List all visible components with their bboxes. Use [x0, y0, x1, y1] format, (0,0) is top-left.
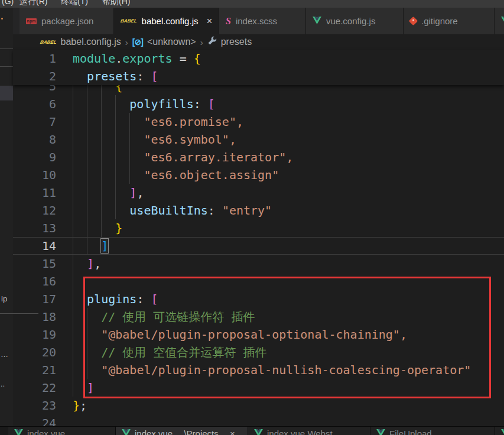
line-number: 22 — [13, 379, 56, 397]
code-token: : — [136, 69, 151, 83]
code-token: [ — [151, 69, 158, 83]
menu-item[interactable]: 帮助(H) — [102, 0, 130, 7]
code-line-24[interactable]: 24 — [13, 414, 504, 427]
code-token: ; — [80, 398, 87, 413]
code-text: module.exports = { — [73, 50, 201, 67]
code-line-1[interactable]: 1module.exports = { — [13, 50, 504, 67]
code-line-7[interactable]: 7 "es6.promise", — [13, 113, 504, 131]
line-number: 8 — [13, 131, 56, 148]
sticky-scroll[interactable]: 1module.exports = {2 presets: [ — [13, 50, 504, 85]
line-number: 15 — [13, 255, 56, 272]
code-token: } — [115, 221, 122, 235]
code-line-9[interactable]: 9 "es6.array.iterator", — [13, 148, 504, 166]
clipped-filename-fragment: .. — [1, 379, 5, 388]
code-text: "es6.symbol", — [73, 131, 236, 148]
code-line-22[interactable]: 22 ] — [13, 379, 504, 397]
bottom-tab[interactable]: index.vue — [8, 427, 116, 435]
bottom-tab-label: index.vue — [27, 428, 65, 435]
code-token: plugins — [87, 292, 136, 306]
menu-item[interactable]: 运行(R) — [19, 0, 47, 7]
tab-package.json[interactable]: npmpackage.json — [19, 8, 114, 34]
code-token: } — [73, 398, 80, 413]
tab-vue.config.js[interactable]: vue.config.js — [306, 8, 404, 34]
menu-item[interactable]: (G) — [2, 0, 14, 6]
babel-icon: BABEL — [40, 40, 57, 45]
code-token: "es6.array.iterator", — [144, 150, 293, 164]
sidebar-strip[interactable]: ip….. — [0, 8, 14, 435]
bottom-tab[interactable]: index.vue Webst… — [248, 427, 370, 435]
code-line-17[interactable]: 17 plugins: [ — [13, 290, 504, 308]
vue-icon — [501, 16, 504, 26]
list-divider — [0, 48, 13, 49]
code-token: useBuiltIns — [129, 203, 207, 218]
code-line-12[interactable]: 12 useBuiltIns: "entry" — [13, 202, 504, 219]
code-line-18[interactable]: 18 // 使用 可选链操作符 插件 — [13, 308, 504, 326]
code-text: ], — [73, 255, 101, 272]
vue-icon — [501, 428, 504, 435]
tab-babel.config.js[interactable]: BABELbabel.config.js× — [114, 8, 219, 34]
code-line-2[interactable]: 2 presets: [ — [13, 67, 504, 85]
vue-icon — [14, 428, 23, 435]
tab-partial[interactable] — [495, 8, 504, 34]
menu-item[interactable]: 终端(T) — [61, 0, 88, 7]
sidebar-divider — [0, 313, 38, 314]
list-divider — [0, 66, 13, 67]
namespace-icon: [⊘] — [132, 37, 143, 47]
code-token: : — [208, 203, 222, 218]
tab-label: .gitignore — [421, 16, 458, 26]
code-text: "@babel/plugin-proposal-optional-chainin… — [73, 326, 407, 343]
code-token: "es6.symbol", — [144, 132, 236, 147]
tab-.gitignore[interactable]: .gitignore — [404, 8, 495, 34]
code-token: , — [94, 257, 101, 271]
bottom-tab[interactable]: FileUpload… — [370, 427, 495, 435]
menu-bar[interactable]: (G)运行(R)终端(T)帮助(H) — [0, 0, 504, 8]
code-line-21[interactable]: 21 "@babel/plugin-proposal-nullish-coale… — [13, 361, 504, 379]
code-line-6[interactable]: 6 polyfills: [ — [13, 95, 504, 113]
code-text: "es6.array.iterator", — [73, 148, 293, 166]
code-token: , — [136, 186, 144, 200]
tab-index.scss[interactable]: Sindex.scss — [219, 8, 306, 34]
code-line-15[interactable]: 15 ], — [13, 255, 504, 272]
code-token: = — [173, 51, 194, 66]
line-number: 12 — [13, 202, 56, 219]
code-token: ] — [101, 239, 108, 253]
code-line-5[interactable]: 5 { — [13, 85, 504, 95]
tab-label: babel.config.js — [142, 16, 199, 26]
tab-label: package.json — [41, 16, 93, 26]
bottom-tab[interactable]: index.vue …\Projects… × — [116, 427, 248, 435]
code-token: { — [115, 85, 122, 93]
code-text: polyfills: [ — [73, 95, 215, 113]
code-token: // 使用 空值合并运算符 插件 — [101, 345, 266, 359]
code-line-23[interactable]: 23}; — [13, 397, 504, 414]
code-line-13[interactable]: 13 } — [13, 219, 504, 237]
close-icon[interactable]: × — [206, 16, 212, 26]
code-line-11[interactable]: 11 ], — [13, 184, 504, 202]
code-token: ] — [87, 257, 94, 271]
code-line-8[interactable]: 8 "es6.symbol", — [13, 131, 504, 148]
npm-icon: npm — [26, 18, 37, 24]
code-line-10[interactable]: 10 "es6.object.assign" — [13, 166, 504, 184]
vue-icon — [376, 428, 385, 435]
code-line-19[interactable]: 19 "@babel/plugin-proposal-optional-chai… — [13, 326, 504, 343]
git-icon — [409, 17, 418, 26]
breadcrumb-item[interactable]: babel.config.js — [61, 37, 121, 47]
code-line-20[interactable]: 20 // 使用 空值合并运算符 插件 — [13, 343, 504, 361]
code-token: polyfills — [129, 97, 193, 111]
bottom-tab-bar: index.vueindex.vue …\Projects… ×index.vu… — [0, 426, 504, 435]
breadcrumb-item[interactable]: <unknown> — [147, 37, 196, 47]
vue-icon — [254, 428, 263, 435]
code-token: [ — [151, 292, 158, 306]
line-number: 14 — [13, 237, 56, 255]
code-text: ], — [73, 184, 144, 202]
code-line-14[interactable]: 14 ] — [13, 237, 504, 255]
breadcrumb[interactable]: BABELbabel.config.js›[⊘]<unknown>›preset… — [13, 34, 504, 50]
code-text: "@babel/plugin-proposal-nullish-coalesci… — [73, 361, 471, 379]
code-editor[interactable]: 5 {6 polyfills: [7 "es6.promise",8 "es6.… — [13, 85, 504, 427]
breadcrumb-separator: › — [200, 37, 203, 47]
breadcrumb-item[interactable]: presets — [221, 37, 252, 47]
babel-icon: BABEL — [120, 18, 137, 24]
bottom-tab[interactable] — [495, 427, 504, 435]
code-line-16[interactable]: 16 — [13, 272, 504, 290]
selected-list-item[interactable] — [0, 86, 13, 100]
clipped-filename-fragment: ip — [1, 294, 7, 303]
